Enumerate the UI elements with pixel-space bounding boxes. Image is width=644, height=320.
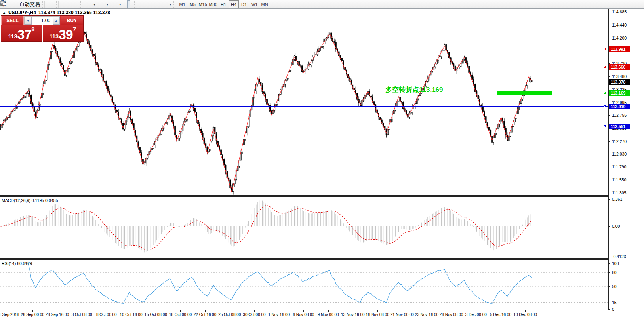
zoom-out-icon[interactable] (63, 0, 66, 8)
line-chart-icon[interactable] (52, 0, 55, 8)
time-tick-mark (353, 310, 353, 312)
trendline-icon[interactable] (144, 0, 147, 8)
buy-button[interactable]: BUY (61, 16, 83, 25)
text-icon[interactable]: A (154, 0, 157, 8)
chart-shift-icon[interactable] (76, 0, 80, 8)
horizontal-line-112.551[interactable] (0, 126, 608, 126)
zoom-in-icon[interactable] (59, 0, 63, 8)
fibonacci-icon[interactable]: F (151, 0, 154, 8)
candle (472, 75, 473, 79)
candle (442, 51, 444, 51)
timeframe-m30[interactable]: M30 (208, 0, 218, 8)
timeframe-m1[interactable]: M1 (177, 0, 187, 8)
collapse-arrow-icon[interactable]: ▲ (2, 11, 6, 15)
candle (23, 98, 24, 98)
periods-dropdown[interactable]: ▾ (107, 2, 109, 6)
hline-anchor-marker[interactable] (604, 92, 606, 94)
timeframe-m15[interactable]: M15 (198, 0, 208, 8)
cursor-icon[interactable] (127, 0, 130, 8)
candle (246, 127, 248, 133)
time-tick-mark (156, 310, 156, 312)
hline-anchor-marker[interactable] (604, 66, 606, 68)
autotrading-button[interactable]: 自动交易 (11, 0, 41, 8)
timeframe-w1[interactable]: W1 (249, 0, 259, 8)
hline-anchor-marker[interactable] (604, 125, 606, 127)
tile-windows-icon[interactable] (66, 0, 69, 8)
candle (72, 58, 73, 61)
indicators-button[interactable]: ▾ (84, 0, 97, 8)
time-label: 3 Oct 08:00 (72, 312, 92, 317)
candle (322, 46, 323, 47)
horizontal-line-icon[interactable] (141, 0, 144, 8)
equidistant-channel-icon[interactable]: E (147, 0, 151, 8)
arrows-button[interactable]: ▾ (160, 0, 173, 8)
volume-increase-button[interactable]: ▲ (53, 17, 60, 25)
timeframe-m5[interactable]: M5 (187, 0, 198, 8)
time-axis[interactable]: 21 Sep 201826 Sep 00:0028 Sep 16:003 Oct… (0, 310, 608, 320)
volume-decrease-button[interactable]: ▼ (25, 17, 32, 25)
vertical-line-icon[interactable] (138, 0, 141, 8)
horizontal-line-112.919[interactable] (0, 106, 608, 107)
turning-point-annotation[interactable]: 多空转折点113.169 (385, 85, 443, 94)
candlestick-chart-icon[interactable] (49, 0, 52, 8)
time-label: 22 Oct 16:00 (194, 312, 216, 317)
candle (159, 135, 160, 135)
macd-panel[interactable]: MACD(12,26,9) 0.1195 0.0455 (0, 197, 608, 258)
auto-scroll-icon[interactable] (73, 0, 76, 8)
macd-axis-label: -0.4123 (612, 254, 626, 259)
volume-value[interactable]: 1.00 (32, 17, 53, 25)
timeframe-h1[interactable]: H1 (218, 0, 229, 8)
arrows-dropdown[interactable]: ▾ (170, 2, 171, 6)
hline-anchor-marker[interactable] (604, 105, 606, 107)
templates-button[interactable]: ▾ (110, 0, 123, 8)
time-label: 21 Nov 00:00 (390, 312, 414, 317)
time-tick-mark (131, 310, 131, 312)
sell-button[interactable]: SELL (1, 16, 24, 25)
timeframe-h4[interactable]: H4 (229, 0, 239, 8)
gold-cube-icon[interactable] (8, 0, 11, 8)
buy-price-pip: 7 (73, 26, 76, 32)
indicators-icon (86, 1, 92, 8)
periods-button[interactable]: ▾ (97, 0, 110, 8)
templates-dropdown[interactable]: ▾ (119, 2, 121, 6)
time-label: 10 Oct 16:00 (120, 312, 142, 317)
time-label: 10 Dec 08:00 (513, 312, 537, 317)
candle (78, 43, 79, 46)
horizontal-line-113.991[interactable] (0, 49, 608, 49)
price-tick-mark (609, 154, 610, 154)
text-label-icon[interactable]: T (157, 0, 160, 8)
indicators-dropdown[interactable]: ▾ (93, 2, 95, 6)
rsi-axis-label: 50 (612, 284, 617, 289)
sell-price[interactable]: 113 37 8 (1, 25, 43, 42)
hline-anchor-marker[interactable] (604, 48, 606, 50)
sell-price-pip: 8 (31, 26, 34, 32)
price-tick-mark (609, 90, 610, 90)
crosshair-icon[interactable] (130, 0, 133, 8)
rsi-tick-mark (609, 272, 610, 273)
green-zone-rect[interactable] (497, 91, 552, 95)
candle (26, 93, 27, 96)
rsi-panel[interactable]: RSI(14) 60.0129 (0, 260, 608, 310)
horizontal-line-113.660[interactable] (0, 67, 608, 67)
candle (286, 78, 288, 80)
candle (341, 58, 343, 61)
price-tick-label: 112.270 (612, 139, 627, 144)
rsi-tick-mark (609, 309, 610, 310)
main-chart-panel[interactable]: 多空转折点113.169 ▲ USDJPY-,H4 113.374 113.38… (0, 9, 608, 195)
price-tick-mark (609, 76, 610, 77)
periods-clock-icon (99, 1, 105, 8)
time-label: 28 Sep 16:00 (46, 312, 69, 317)
bar-chart-icon[interactable] (46, 0, 49, 8)
price-axis[interactable]: 114.685114.440114.200113.960113.720113.4… (608, 9, 644, 310)
rsi-axis-label: 15 (612, 300, 617, 305)
timeframe-mn[interactable]: MN (259, 0, 270, 8)
templates-icon (111, 1, 118, 8)
timeframe-d1[interactable]: D1 (239, 0, 249, 8)
bid-price-line (0, 82, 608, 82)
buy-price[interactable]: 113 39 7 (43, 25, 84, 42)
time-tick-mark (452, 310, 452, 312)
sell-price-big: 37 (17, 29, 31, 40)
time-label: 3 Dec 00:00 (465, 312, 487, 317)
price-tick-label: 112.030 (612, 152, 627, 156)
time-tick-mark (476, 310, 476, 312)
